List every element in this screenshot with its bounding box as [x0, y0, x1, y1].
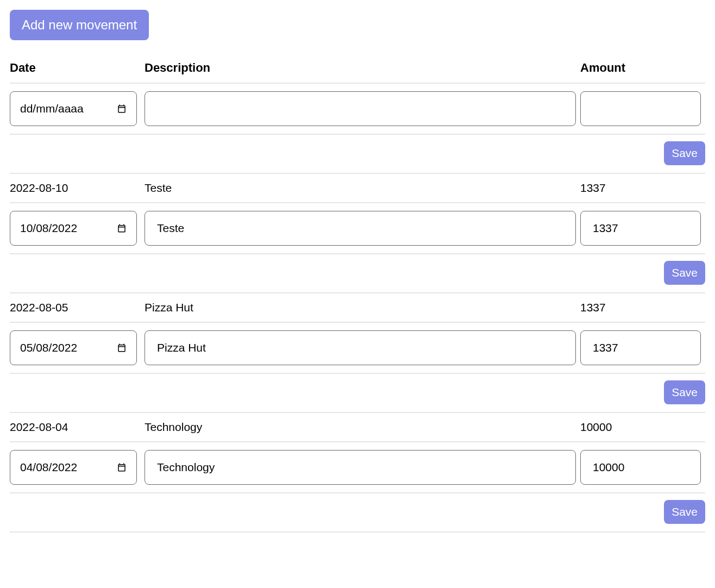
table-row: 04/08/2022 [10, 442, 705, 493]
description-input[interactable] [145, 450, 576, 485]
table-row: Save [10, 373, 705, 412]
save-button[interactable]: Save [664, 261, 705, 285]
calendar-icon[interactable] [117, 104, 127, 114]
table-row: Save [10, 254, 705, 293]
date-input-text: 10/08/2022 [20, 222, 117, 235]
amount-input[interactable] [580, 211, 701, 246]
date-input[interactable]: 04/08/2022 [10, 450, 137, 485]
amount-input[interactable] [580, 91, 701, 126]
description-input[interactable] [145, 211, 576, 246]
save-button[interactable]: Save [664, 380, 705, 404]
cell-date: 2022-08-10 [10, 173, 145, 203]
table-row: dd/mm/aaaa [10, 83, 705, 134]
cell-date: 2022-08-04 [10, 412, 145, 442]
cell-description: Technology [145, 412, 580, 442]
table-row: Save [10, 493, 705, 532]
table-row: 05/08/2022 [10, 322, 705, 373]
cell-description: Teste [145, 173, 580, 203]
cell-amount: 1337 [580, 293, 705, 322]
table-row: 2022-08-10Teste1337 [10, 173, 705, 203]
date-input[interactable]: 05/08/2022 [10, 330, 137, 365]
add-movement-button[interactable]: Add new movement [10, 10, 149, 40]
table-row: Save [10, 134, 705, 173]
amount-input[interactable] [580, 450, 701, 485]
date-input-text: 04/08/2022 [20, 461, 117, 474]
movements-table: Date Description Amount dd/mm/aaaaSave20… [10, 55, 705, 533]
description-input[interactable] [145, 330, 576, 365]
description-input[interactable] [145, 91, 576, 126]
calendar-icon[interactable] [117, 343, 127, 353]
cell-description: Pizza Hut [145, 293, 580, 322]
date-input[interactable]: 10/08/2022 [10, 211, 137, 246]
cell-amount: 1337 [580, 173, 705, 203]
calendar-icon[interactable] [117, 462, 127, 472]
table-row: 2022-08-05Pizza Hut1337 [10, 293, 705, 322]
calendar-icon[interactable] [117, 223, 127, 233]
table-row: 10/08/2022 [10, 203, 705, 254]
cell-date: 2022-08-05 [10, 293, 145, 322]
save-button[interactable]: Save [664, 141, 705, 165]
table-row: 2022-08-04Technology10000 [10, 412, 705, 442]
cell-amount: 10000 [580, 412, 705, 442]
header-date: Date [10, 55, 145, 83]
header-description: Description [145, 55, 580, 83]
date-input-text: dd/mm/aaaa [20, 102, 117, 115]
amount-input[interactable] [580, 330, 701, 365]
date-input[interactable]: dd/mm/aaaa [10, 91, 137, 126]
header-amount: Amount [580, 55, 705, 83]
save-button[interactable]: Save [664, 500, 705, 524]
date-input-text: 05/08/2022 [20, 341, 117, 354]
